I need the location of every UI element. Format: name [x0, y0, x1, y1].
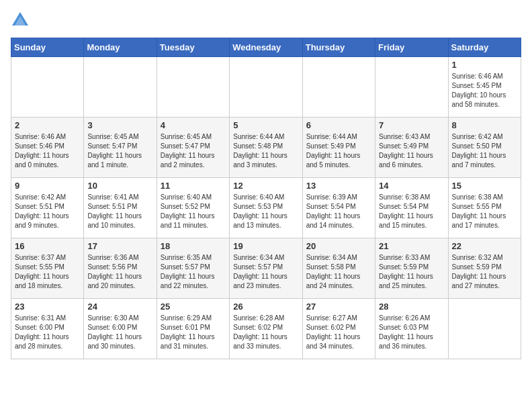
day-number: 16	[15, 241, 80, 251]
day-number: 4	[161, 120, 226, 130]
calendar-cell: 15Sunrise: 6:38 AM Sunset: 5:55 PM Dayli…	[448, 178, 521, 238]
calendar-cell: 13Sunrise: 6:39 AM Sunset: 5:54 PM Dayli…	[302, 178, 375, 238]
calendar-cell	[375, 57, 448, 118]
day-info: Sunrise: 6:34 AM Sunset: 5:58 PM Dayligh…	[306, 253, 371, 291]
day-info: Sunrise: 6:46 AM Sunset: 5:46 PM Dayligh…	[15, 132, 80, 170]
calendar-cell: 28Sunrise: 6:26 AM Sunset: 6:03 PM Dayli…	[375, 299, 448, 359]
weekday-header-saturday: Saturday	[448, 38, 521, 57]
day-number: 21	[379, 241, 444, 251]
calendar-cell: 27Sunrise: 6:27 AM Sunset: 6:02 PM Dayli…	[302, 299, 375, 359]
logo	[11, 11, 32, 30]
day-number: 22	[452, 241, 517, 251]
calendar-cell: 19Sunrise: 6:34 AM Sunset: 5:57 PM Dayli…	[230, 238, 302, 299]
day-number: 2	[15, 120, 80, 130]
calendar-cell: 20Sunrise: 6:34 AM Sunset: 5:58 PM Dayli…	[302, 238, 375, 299]
day-number: 3	[87, 120, 152, 130]
day-info: Sunrise: 6:39 AM Sunset: 5:54 PM Dayligh…	[306, 193, 371, 230]
day-info: Sunrise: 6:26 AM Sunset: 6:03 PM Dayligh…	[379, 314, 444, 351]
calendar-week-row: 2Sunrise: 6:46 AM Sunset: 5:46 PM Daylig…	[11, 118, 521, 178]
day-number: 8	[452, 120, 517, 130]
day-number: 9	[15, 181, 80, 191]
calendar-cell	[448, 299, 521, 359]
calendar-table: SundayMondayTuesdayWednesdayThursdayFrid…	[11, 38, 521, 359]
day-info: Sunrise: 6:40 AM Sunset: 5:53 PM Dayligh…	[233, 193, 298, 230]
calendar-week-row: 16Sunrise: 6:37 AM Sunset: 5:55 PM Dayli…	[11, 238, 521, 299]
day-info: Sunrise: 6:29 AM Sunset: 6:01 PM Dayligh…	[161, 314, 226, 351]
calendar-cell: 9Sunrise: 6:42 AM Sunset: 5:51 PM Daylig…	[11, 178, 84, 238]
logo-icon	[11, 11, 30, 30]
calendar-cell: 17Sunrise: 6:36 AM Sunset: 5:56 PM Dayli…	[84, 238, 157, 299]
day-number: 7	[379, 120, 444, 130]
calendar-cell: 8Sunrise: 6:42 AM Sunset: 5:50 PM Daylig…	[448, 118, 521, 178]
day-info: Sunrise: 6:46 AM Sunset: 5:45 PM Dayligh…	[452, 72, 517, 109]
day-info: Sunrise: 6:34 AM Sunset: 5:57 PM Dayligh…	[233, 253, 298, 291]
day-info: Sunrise: 6:45 AM Sunset: 5:47 PM Dayligh…	[161, 132, 226, 170]
day-info: Sunrise: 6:30 AM Sunset: 6:00 PM Dayligh…	[87, 314, 152, 351]
day-info: Sunrise: 6:42 AM Sunset: 5:50 PM Dayligh…	[452, 132, 517, 170]
day-number: 14	[379, 181, 444, 191]
weekday-header-wednesday: Wednesday	[230, 38, 302, 57]
calendar-cell: 14Sunrise: 6:38 AM Sunset: 5:54 PM Dayli…	[375, 178, 448, 238]
calendar-cell: 4Sunrise: 6:45 AM Sunset: 5:47 PM Daylig…	[157, 118, 229, 178]
day-number: 18	[161, 241, 226, 251]
calendar-cell	[302, 57, 375, 118]
day-info: Sunrise: 6:44 AM Sunset: 5:48 PM Dayligh…	[233, 132, 298, 170]
day-info: Sunrise: 6:40 AM Sunset: 5:52 PM Dayligh…	[161, 193, 226, 230]
calendar-cell: 1Sunrise: 6:46 AM Sunset: 5:45 PM Daylig…	[448, 57, 521, 118]
day-info: Sunrise: 6:31 AM Sunset: 6:00 PM Dayligh…	[15, 314, 80, 351]
day-number: 28	[379, 302, 444, 312]
day-number: 11	[161, 181, 226, 191]
day-info: Sunrise: 6:42 AM Sunset: 5:51 PM Dayligh…	[15, 193, 80, 230]
page-header	[11, 11, 521, 30]
day-number: 25	[161, 302, 226, 312]
calendar-cell	[157, 57, 229, 118]
day-info: Sunrise: 6:32 AM Sunset: 5:59 PM Dayligh…	[452, 253, 517, 291]
calendar-cell: 10Sunrise: 6:41 AM Sunset: 5:51 PM Dayli…	[84, 178, 157, 238]
day-number: 13	[306, 181, 371, 191]
weekday-header-row: SundayMondayTuesdayWednesdayThursdayFrid…	[11, 38, 521, 57]
day-number: 26	[233, 302, 298, 312]
calendar-cell: 26Sunrise: 6:28 AM Sunset: 6:02 PM Dayli…	[230, 299, 302, 359]
calendar-cell: 6Sunrise: 6:44 AM Sunset: 5:49 PM Daylig…	[302, 118, 375, 178]
calendar-cell: 11Sunrise: 6:40 AM Sunset: 5:52 PM Dayli…	[157, 178, 229, 238]
calendar-cell: 21Sunrise: 6:33 AM Sunset: 5:59 PM Dayli…	[375, 238, 448, 299]
day-info: Sunrise: 6:44 AM Sunset: 5:49 PM Dayligh…	[306, 132, 371, 170]
day-number: 19	[233, 241, 298, 251]
calendar-cell: 24Sunrise: 6:30 AM Sunset: 6:00 PM Dayli…	[84, 299, 157, 359]
day-info: Sunrise: 6:28 AM Sunset: 6:02 PM Dayligh…	[233, 314, 298, 351]
calendar-cell: 23Sunrise: 6:31 AM Sunset: 6:00 PM Dayli…	[11, 299, 84, 359]
calendar-cell	[230, 57, 302, 118]
day-number: 17	[87, 241, 152, 251]
weekday-header-tuesday: Tuesday	[157, 38, 229, 57]
calendar-cell: 25Sunrise: 6:29 AM Sunset: 6:01 PM Dayli…	[157, 299, 229, 359]
day-info: Sunrise: 6:41 AM Sunset: 5:51 PM Dayligh…	[87, 193, 152, 230]
calendar-cell: 3Sunrise: 6:45 AM Sunset: 5:47 PM Daylig…	[84, 118, 157, 178]
day-info: Sunrise: 6:38 AM Sunset: 5:54 PM Dayligh…	[379, 193, 444, 230]
calendar-week-row: 23Sunrise: 6:31 AM Sunset: 6:00 PM Dayli…	[11, 299, 521, 359]
day-number: 24	[87, 302, 152, 312]
day-number: 6	[306, 120, 371, 130]
calendar-week-row: 1Sunrise: 6:46 AM Sunset: 5:45 PM Daylig…	[11, 57, 521, 118]
day-info: Sunrise: 6:36 AM Sunset: 5:56 PM Dayligh…	[87, 253, 152, 291]
calendar-cell: 7Sunrise: 6:43 AM Sunset: 5:49 PM Daylig…	[375, 118, 448, 178]
day-number: 1	[452, 60, 517, 70]
day-info: Sunrise: 6:37 AM Sunset: 5:55 PM Dayligh…	[15, 253, 80, 291]
day-number: 15	[452, 181, 517, 191]
day-number: 12	[233, 181, 298, 191]
day-info: Sunrise: 6:45 AM Sunset: 5:47 PM Dayligh…	[87, 132, 152, 170]
day-number: 20	[306, 241, 371, 251]
day-number: 27	[306, 302, 371, 312]
weekday-header-monday: Monday	[84, 38, 157, 57]
day-info: Sunrise: 6:27 AM Sunset: 6:02 PM Dayligh…	[306, 314, 371, 351]
day-info: Sunrise: 6:35 AM Sunset: 5:57 PM Dayligh…	[161, 253, 226, 291]
calendar-cell: 5Sunrise: 6:44 AM Sunset: 5:48 PM Daylig…	[230, 118, 302, 178]
calendar-cell: 16Sunrise: 6:37 AM Sunset: 5:55 PM Dayli…	[11, 238, 84, 299]
calendar-cell: 18Sunrise: 6:35 AM Sunset: 5:57 PM Dayli…	[157, 238, 229, 299]
day-number: 23	[15, 302, 80, 312]
calendar-cell	[84, 57, 157, 118]
weekday-header-friday: Friday	[375, 38, 448, 57]
day-number: 5	[233, 120, 298, 130]
day-info: Sunrise: 6:33 AM Sunset: 5:59 PM Dayligh…	[379, 253, 444, 291]
weekday-header-thursday: Thursday	[302, 38, 375, 57]
calendar-cell	[11, 57, 84, 118]
